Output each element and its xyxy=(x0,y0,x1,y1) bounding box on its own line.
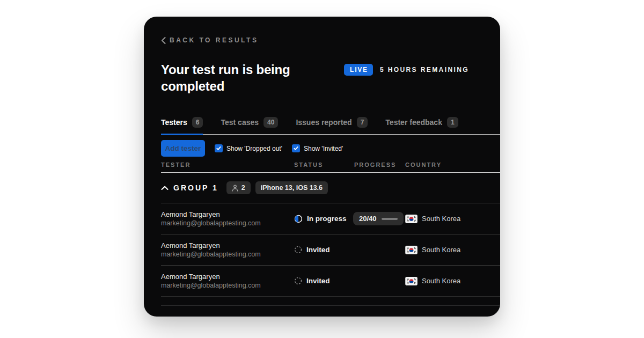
live-badge: LIVE xyxy=(344,64,373,76)
tab-test-cases[interactable]: Test cases 40 xyxy=(221,117,278,135)
country-cell: South Korea xyxy=(405,246,500,254)
show-invited-checkbox[interactable]: Show 'Invited' xyxy=(292,144,343,152)
chevron-up-icon xyxy=(161,186,169,190)
tab-issues-reported[interactable]: Issues reported 7 xyxy=(296,117,368,135)
tab-bar: Testers 6 Test cases 40 Issues reported … xyxy=(161,117,500,135)
progress-pill: 20/40 xyxy=(353,212,404,225)
tab-count-badge: 40 xyxy=(264,117,278,128)
column-header-country: COUNTRY xyxy=(405,161,500,168)
tab-count-badge: 6 xyxy=(192,117,203,128)
add-tester-button[interactable]: Add tester xyxy=(161,140,205,157)
south-korea-flag-icon xyxy=(405,215,418,223)
tab-tester-feedback[interactable]: Tester feedback 1 xyxy=(385,117,458,135)
dashed-circle-icon xyxy=(294,246,302,254)
half-circle-progress-icon xyxy=(294,215,303,223)
country-label: South Korea xyxy=(422,246,460,254)
group-header-row[interactable]: GROUP 1 2 iPhone 13, iOS 13.6 xyxy=(161,173,500,203)
group-tester-count-badge: 2 xyxy=(226,181,251,194)
page-title: Your test run is being completed xyxy=(161,61,344,94)
tester-name: Aemond Targaryen xyxy=(161,273,294,281)
column-header-progress: PROGRESS xyxy=(354,161,405,168)
table-header: TESTER STATUS PROGRESS COUNTRY xyxy=(161,157,500,173)
status-cell: Invited xyxy=(294,246,354,254)
tester-cell: Aemond Targaryen marketing@globalapptest… xyxy=(161,273,294,290)
device-badge: iPhone 13, iOS 13.6 xyxy=(255,181,328,194)
column-header-tester: TESTER xyxy=(161,161,294,168)
country-cell: South Korea xyxy=(405,277,500,285)
country-cell: South Korea xyxy=(405,215,500,223)
south-korea-flag-icon xyxy=(405,246,418,254)
table-controls: Add tester Show 'Dropped out' Show 'Invi… xyxy=(161,140,500,157)
show-dropped-out-checkbox[interactable]: Show 'Dropped out' xyxy=(215,144,282,152)
group-title: GROUP 1 xyxy=(173,183,218,192)
tab-testers[interactable]: Testers 6 xyxy=(161,117,203,135)
tester-email: marketing@globalapptesting.com xyxy=(161,282,294,290)
status-label: In progress xyxy=(307,215,347,223)
tester-cell: Aemond Targaryen marketing@globalapptest… xyxy=(161,210,294,227)
tester-name: Aemond Targaryen xyxy=(161,241,294,250)
back-to-results-link[interactable]: BACK TO RESULTS xyxy=(161,36,258,44)
person-icon xyxy=(232,185,238,192)
time-remaining-label: 5 HOURS REMAINING xyxy=(380,66,469,74)
table-row: Aemond Targaryen marketing@globalapptest… xyxy=(161,234,500,266)
column-header-status: STATUS xyxy=(294,161,354,168)
checkbox-checked-icon xyxy=(215,144,223,152)
tester-email: marketing@globalapptesting.com xyxy=(161,219,294,227)
test-run-card: BACK TO RESULTS Your test run is being c… xyxy=(144,17,500,317)
tester-name: Aemond Targaryen xyxy=(161,210,294,219)
status-label: Invited xyxy=(306,277,330,285)
table-row: Aemond Targaryen marketing@globalapptest… xyxy=(161,266,500,297)
header: Your test run is being completed LIVE 5 … xyxy=(161,61,500,94)
country-label: South Korea xyxy=(422,215,460,223)
dashed-circle-icon xyxy=(294,277,302,285)
tab-count-badge: 1 xyxy=(447,117,458,128)
tester-cell: Aemond Targaryen marketing@globalapptest… xyxy=(161,241,294,259)
status-cell: In progress xyxy=(294,215,354,223)
status-cell: Invited xyxy=(294,277,354,285)
progress-cell: 20/40 xyxy=(354,212,405,225)
table-row: Aemond Targaryen marketing@globalapptest… xyxy=(161,203,500,234)
tester-email: marketing@globalapptesting.com xyxy=(161,251,294,259)
progress-bar xyxy=(382,218,398,220)
back-link-label: BACK TO RESULTS xyxy=(170,36,258,44)
south-korea-flag-icon xyxy=(405,277,418,285)
checkbox-checked-icon xyxy=(292,144,300,152)
tab-count-badge: 7 xyxy=(357,117,368,128)
empty-row-divider xyxy=(161,297,500,306)
progress-value: 20/40 xyxy=(359,215,377,223)
status-label: Invited xyxy=(306,246,330,254)
chevron-left-icon xyxy=(161,37,166,44)
live-status: LIVE 5 HOURS REMAINING xyxy=(344,64,469,76)
country-label: South Korea xyxy=(422,277,460,285)
